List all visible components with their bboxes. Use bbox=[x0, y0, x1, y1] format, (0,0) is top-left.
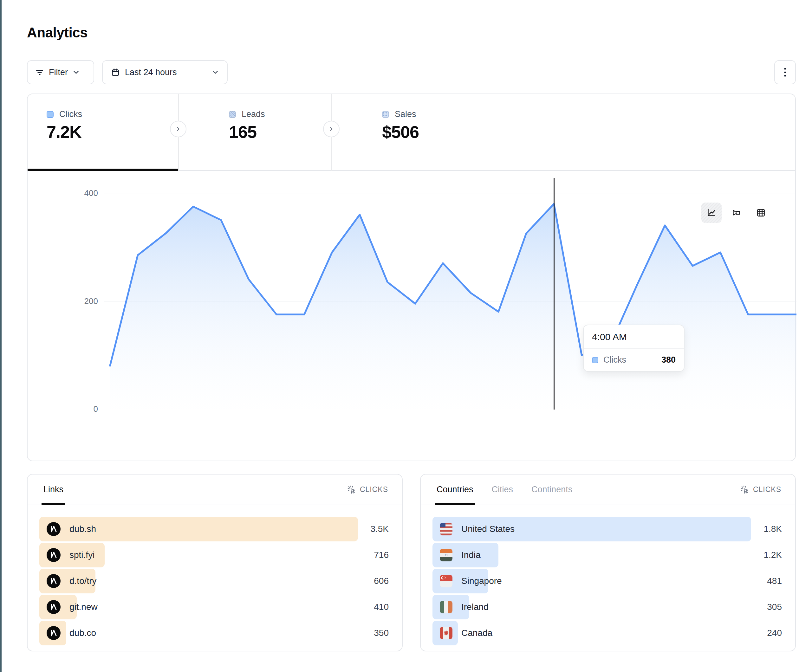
list-item[interactable]: United States1.8K bbox=[432, 517, 782, 541]
tab-clicks[interactable]: Clicks 7.2K bbox=[47, 94, 174, 171]
leads-legend-chip bbox=[229, 111, 236, 118]
row-label: Ireland bbox=[461, 602, 489, 612]
more-options-button[interactable] bbox=[774, 60, 796, 84]
sg-flag-icon bbox=[440, 575, 452, 587]
row-value: 305 bbox=[767, 595, 782, 619]
sales-legend-chip bbox=[382, 111, 389, 118]
countries-tab-label: Countries bbox=[437, 484, 473, 495]
page-title: Analytics bbox=[27, 25, 87, 41]
list-item[interactable]: spti.fyi716 bbox=[39, 543, 389, 567]
tooltip-legend-chip bbox=[592, 357, 598, 363]
kebab-menu-icon bbox=[781, 67, 789, 78]
date-range-button[interactable]: Last 24 hours bbox=[102, 60, 228, 84]
dub-logo-icon bbox=[47, 626, 61, 640]
tab-links[interactable]: Links bbox=[43, 474, 63, 505]
row-label: India bbox=[461, 550, 481, 560]
row-label: dub.sh bbox=[70, 524, 96, 534]
links-metric[interactable]: CLICKS bbox=[347, 485, 388, 495]
row-value: 410 bbox=[374, 595, 389, 619]
tooltip-value: 380 bbox=[662, 355, 676, 365]
y-axis-label: 400 bbox=[66, 188, 98, 198]
calendar-icon bbox=[111, 68, 120, 77]
countries-panel: Countries Cities Continents CLICKS bbox=[420, 474, 796, 652]
dub-logo-icon bbox=[47, 574, 61, 588]
row-label: d.to/try bbox=[70, 576, 97, 586]
list-item[interactable]: dub.co350 bbox=[39, 621, 389, 645]
row-label: Canada bbox=[461, 628, 492, 638]
crosshair-line bbox=[554, 178, 554, 409]
sales-tab-label: Sales bbox=[395, 109, 416, 119]
in-flag-icon bbox=[440, 549, 452, 561]
left-edge-strip bbox=[0, 0, 2, 672]
continents-tab-label: Continents bbox=[531, 484, 572, 495]
list-item[interactable]: Canada240 bbox=[432, 621, 782, 645]
list-item[interactable]: India1.2K bbox=[432, 543, 782, 567]
row-value: 1.2K bbox=[764, 543, 782, 567]
row-label: Singapore bbox=[461, 576, 502, 586]
links-panel: Links CLICKS dub.sh3.5K spti.fyi716 bbox=[27, 474, 403, 652]
tab-continents[interactable]: Continents bbox=[531, 474, 572, 505]
row-value: 1.8K bbox=[764, 517, 782, 541]
links-tab-label: Links bbox=[43, 484, 63, 495]
ca-flag-icon bbox=[440, 627, 452, 640]
analytics-page: Analytics Filter Last 24 hours bbox=[0, 0, 812, 672]
tooltip-time: 4:00 AM bbox=[584, 325, 684, 349]
chart-tooltip: 4:00 AM Clicks 380 bbox=[583, 324, 684, 372]
row-value: 240 bbox=[767, 621, 782, 645]
row-label: United States bbox=[461, 524, 515, 534]
leads-tab-label: Leads bbox=[242, 109, 265, 119]
links-metric-label: CLICKS bbox=[360, 485, 388, 494]
list-item[interactable]: dub.sh3.5K bbox=[39, 517, 389, 541]
area-chart-svg bbox=[104, 178, 797, 409]
expand-leads-button[interactable] bbox=[170, 121, 186, 137]
chevron-right-icon bbox=[175, 126, 181, 132]
cursor-rays-icon bbox=[347, 485, 357, 495]
area-fill bbox=[110, 204, 797, 409]
dub-logo-icon bbox=[47, 548, 61, 562]
row-value: 3.5K bbox=[370, 517, 389, 541]
list-item[interactable]: Ireland305 bbox=[432, 595, 782, 619]
chevron-down-icon bbox=[212, 69, 219, 76]
list-item[interactable]: Singapore481 bbox=[432, 569, 782, 594]
row-value: 481 bbox=[767, 569, 782, 594]
leads-value: 165 bbox=[229, 122, 256, 142]
dub-logo-icon bbox=[47, 522, 61, 536]
row-label: spti.fyi bbox=[70, 550, 94, 560]
ie-flag-icon bbox=[440, 601, 452, 613]
countries-metric-label: CLICKS bbox=[753, 485, 781, 494]
row-label: git.new bbox=[70, 602, 98, 612]
tab-leads[interactable]: Leads 165 bbox=[229, 94, 334, 171]
active-tab-underline bbox=[27, 169, 178, 171]
us-flag-icon bbox=[440, 523, 452, 536]
clicks-chart[interactable]: 0200400 4:00 PM8:00 PM12:00 AM4:00 AM8:0… bbox=[77, 178, 797, 409]
row-label: dub.co bbox=[70, 628, 96, 638]
row-value: 350 bbox=[374, 621, 389, 645]
tooltip-series-label: Clicks bbox=[603, 355, 626, 365]
clicks-tab-label: Clicks bbox=[59, 109, 82, 119]
analytics-card: Clicks 7.2K Leads 165 bbox=[27, 94, 796, 461]
stats-row: Clicks 7.2K Leads 165 bbox=[27, 94, 795, 171]
chevron-right-icon bbox=[329, 126, 334, 132]
cursor-rays-icon bbox=[740, 485, 750, 495]
clicks-value: 7.2K bbox=[47, 122, 82, 142]
list-item[interactable]: d.to/try606 bbox=[39, 569, 389, 594]
y-axis-label: 0 bbox=[66, 404, 98, 414]
clicks-legend-chip bbox=[47, 111, 54, 118]
dub-logo-icon bbox=[47, 600, 61, 614]
expand-sales-button[interactable] bbox=[323, 121, 339, 137]
filter-label: Filter bbox=[49, 68, 68, 77]
cities-tab-label: Cities bbox=[492, 484, 513, 495]
date-range-label: Last 24 hours bbox=[125, 68, 177, 77]
tab-sales[interactable]: Sales $506 bbox=[382, 94, 487, 171]
filter-button[interactable]: Filter bbox=[27, 60, 94, 84]
countries-metric[interactable]: CLICKS bbox=[740, 485, 781, 495]
filter-icon bbox=[35, 68, 44, 77]
tab-countries[interactable]: Countries bbox=[437, 474, 473, 505]
list-item[interactable]: git.new410 bbox=[39, 595, 389, 619]
row-value: 716 bbox=[374, 543, 389, 567]
y-axis-label: 200 bbox=[66, 297, 98, 306]
row-value: 606 bbox=[374, 569, 389, 594]
sales-value: $506 bbox=[382, 122, 419, 142]
chevron-down-icon bbox=[73, 69, 80, 76]
tab-cities[interactable]: Cities bbox=[492, 474, 513, 505]
